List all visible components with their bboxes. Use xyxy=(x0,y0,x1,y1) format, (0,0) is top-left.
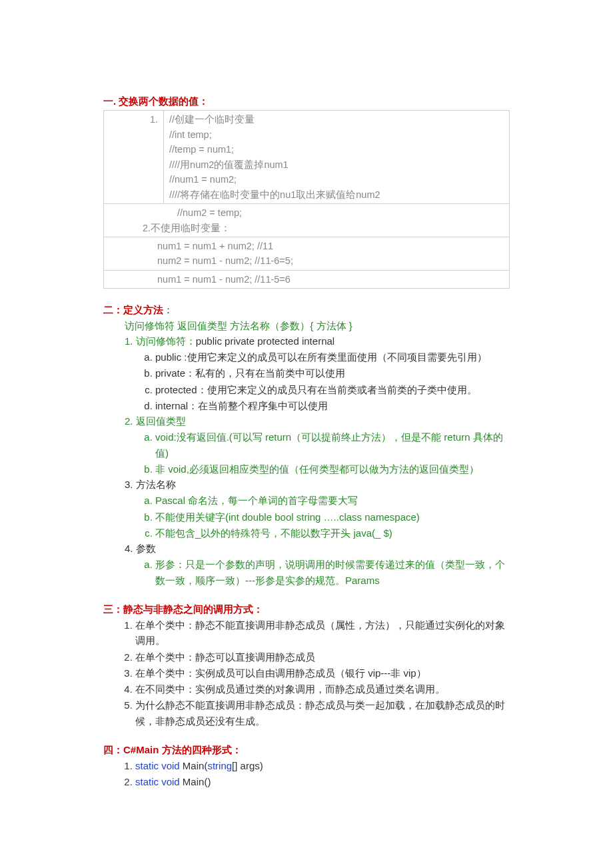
code-line: //temp = num1; xyxy=(169,144,234,155)
code-line: //创建一个临时变量 xyxy=(169,114,255,125)
list-item: static void Main(string[] args) xyxy=(135,758,510,773)
code-table-1: 1. //创建一个临时变量 //int temp; //temp = num1;… xyxy=(103,110,510,289)
item-1-keywords: public private protected internal xyxy=(196,335,334,347)
txt-args: [] args) xyxy=(232,760,263,771)
kw-static-void: static void xyxy=(135,760,180,771)
static-list: 在单个类中：静态不能直接调用非静态成员（属性，方法），只能通过实例化的对象调用。… xyxy=(103,617,510,729)
main-forms-list: static void Main(string[] args) static v… xyxy=(103,758,510,790)
list-item: 在单个类中：静态可以直接调用静态成员 xyxy=(135,649,510,665)
list-item: void:没有返回值.(可以写 return（可以提前终止方法），但是不能 re… xyxy=(155,429,510,461)
code-line: num2 = num1 - num2; //11-6=5; xyxy=(157,255,293,266)
kw-static-void: static void xyxy=(135,776,180,787)
item-4: 4. 参数 xyxy=(103,541,510,556)
list-item: 不能使用关键字(int double bool string …..class … xyxy=(155,509,510,525)
code-cell-3: num1 = num1 + num2; //11 num2 = num1 - n… xyxy=(104,237,510,271)
list-item: 在不同类中：实例成员通过类的对象调用，而静态成员通过类名调用。 xyxy=(135,681,510,697)
kw: public : xyxy=(155,351,187,363)
code-line: //num2 = temp; xyxy=(117,205,242,220)
code-line: ////用num2的值覆盖掉num1 xyxy=(169,159,289,170)
param-list: 形参：只是一个参数的声明，说明调用的时候需要传递过来的值（类型一致，个数一致，顺… xyxy=(125,557,510,588)
list-item: static void Main() xyxy=(135,774,510,789)
code-line: ////将存储在临时变量中的nu1取出来赋值给num2 xyxy=(169,189,380,200)
kw-string: string xyxy=(207,760,232,771)
list-item: protected：使用它来定义的成员只有在当前类或者当前类的子类中使用。 xyxy=(155,382,510,397)
modifier-list: public :使用它来定义的成员可以在所有类里面使用（不同项目需要先引用） p… xyxy=(125,349,510,413)
list-item: 在单个类中：静态不能直接调用非静态成员（属性，方法），只能通过实例化的对象调用。 xyxy=(135,617,510,649)
code-line: //int temp; xyxy=(169,129,212,140)
list-item: private：私有的，只有在当前类中可以使用 xyxy=(155,365,510,381)
code-line: 2.不使用临时变量： xyxy=(117,221,231,235)
heading-1: 一. 交换两个数据的值： xyxy=(103,93,510,109)
heading-3: 三：静态与非静态之间的调用方式： xyxy=(103,601,510,617)
desc: 使用它来定义的成员可以在所有类里面使用（不同项目需要先引用） xyxy=(187,351,487,363)
code-line: //num1 = num2; xyxy=(169,174,237,185)
section-define-method: 二：定义方法： 访问修饰符 返回值类型 方法名称（参数）{ 方法体 } 1. 访… xyxy=(103,302,510,588)
list-item: 非 void,必须返回相应类型的值（任何类型都可以做为方法的返回值类型） xyxy=(155,461,510,477)
txt-main-open: Main( xyxy=(180,760,208,771)
item-1-label: 1. 访问修饰符： xyxy=(125,335,196,347)
code-cell-4: num1 = num1 - num2; //11-5=6 xyxy=(104,270,510,288)
item-2: 2. 返回值类型 xyxy=(103,413,510,429)
return-type-list: void:没有返回值.(可以写 return（可以提前终止方法），但是不能 re… xyxy=(125,429,510,477)
heading-4: 四：C#Main 方法的四种形式： xyxy=(103,742,510,757)
code-cell-2: //num2 = temp; 2.不使用临时变量： xyxy=(104,204,510,237)
list-item: internal：在当前整个程序集中可以使用 xyxy=(155,398,510,413)
heading-2-text: 二：定义方法 xyxy=(103,304,163,315)
list-item: 形参：只是一个参数的声明，说明调用的时候需要传递过来的值（类型一致，个数一致，顺… xyxy=(155,557,510,588)
method-syntax: 访问修饰符 返回值类型 方法名称（参数）{ 方法体 } xyxy=(103,318,510,333)
section-static: 三：静态与非静态之间的调用方式： 在单个类中：静态不能直接调用非静态成员（属性，… xyxy=(103,601,510,729)
heading-2-colon: ： xyxy=(163,304,173,315)
list-item: 为什么静态不能直接调用非静态成员：静态成员与类一起加载，在加载静态成员的时候，非… xyxy=(135,697,510,729)
list-item: 在单个类中：实例成员可以自由调用静态成员（银行 vip---非 vip） xyxy=(135,665,510,681)
code-line: num1 = num1 - num2; //11-5=6 xyxy=(157,274,291,285)
method-name-list: Pascal 命名法，每一个单词的首字母需要大写 不能使用关键字(int dou… xyxy=(125,493,510,541)
item-1: 1. 访问修饰符：public private protected intern… xyxy=(103,333,510,349)
item-3: 3. 方法名称 xyxy=(103,477,510,492)
section-swap-values: 一. 交换两个数据的值： 1. //创建一个临时变量 //int temp; /… xyxy=(103,93,510,289)
txt-main-empty: Main() xyxy=(180,776,211,787)
list-item: Pascal 命名法，每一个单词的首字母需要大写 xyxy=(155,493,510,508)
code-cell-1: //创建一个临时变量 //int temp; //temp = num1; //… xyxy=(164,111,510,204)
heading-2: 二：定义方法： xyxy=(103,302,510,317)
code-line: num1 = num1 + num2; //11 xyxy=(157,241,273,251)
section-main-forms: 四：C#Main 方法的四种形式： static void Main(strin… xyxy=(103,742,510,790)
list-item: 不能包含_以外的特殊符号，不能以数字开头 java(_ $) xyxy=(155,525,510,541)
code-label-1: 1. xyxy=(104,111,164,204)
list-item: public :使用它来定义的成员可以在所有类里面使用（不同项目需要先引用） xyxy=(155,349,510,365)
